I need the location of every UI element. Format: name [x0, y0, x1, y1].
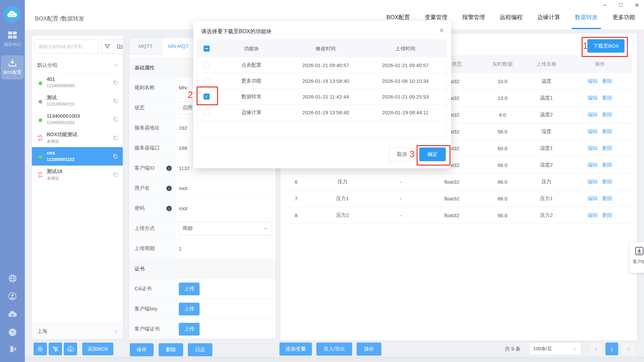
delete-link[interactable]: 删除: [602, 162, 612, 168]
box-list-item[interactable]: BOX功能测试 未绑定: [32, 129, 123, 147]
delete-link[interactable]: 删除: [602, 95, 612, 101]
box-settings-button[interactable]: [34, 343, 47, 355]
delete-link[interactable]: 删除: [602, 145, 612, 152]
chevron-left-icon: [594, 347, 598, 351]
edit-link[interactable]: 编辑: [588, 128, 598, 135]
group-header-shanghai[interactable]: 上海: [32, 324, 123, 339]
upload-ca-button[interactable]: 上传: [179, 283, 200, 295]
grid-icon: [8, 31, 17, 40]
copy-icon[interactable]: [113, 117, 118, 122]
copy-icon[interactable]: [113, 154, 118, 159]
tab-data-forwarding[interactable]: 数据转发: [575, 13, 598, 29]
edit-link[interactable]: 编辑: [588, 145, 598, 152]
group-header-default[interactable]: 默认分组: [32, 57, 123, 73]
add-variable-button[interactable]: 添加变量: [279, 343, 312, 356]
add-box-button[interactable]: 添加BOX: [82, 343, 113, 355]
edit-link[interactable]: 编辑: [588, 195, 598, 202]
box-name: ces: [47, 150, 55, 156]
upload-mode-select[interactable]: 周期: [179, 222, 272, 235]
delete-link[interactable]: 删除: [602, 179, 612, 185]
sidebar-help-button[interactable]: ?: [0, 328, 25, 337]
edit-link[interactable]: 编辑: [588, 95, 598, 101]
user-icon: [8, 292, 17, 301]
status-select-value: 启用: [182, 105, 193, 111]
edit-link[interactable]: 编辑: [588, 179, 598, 185]
select-all-checkbox[interactable]: [204, 46, 210, 52]
group-label: 上海: [37, 328, 47, 335]
save-button[interactable]: 保存: [130, 343, 154, 356]
box-serial: 113400001003: [47, 120, 74, 125]
modal-table: 功能块 修改时间 上传时间 点表配置 2026-01-21 09:40:57 2…: [197, 40, 447, 138]
copy-icon[interactable]: [113, 135, 118, 140]
delete-link[interactable]: 删除: [602, 212, 612, 219]
tab-remote-programming[interactable]: 远程编程: [500, 13, 523, 29]
edit-link[interactable]: 编辑: [588, 212, 598, 219]
box-network-button[interactable]: [49, 343, 62, 355]
sidebar-cloud-upload-button[interactable]: [0, 310, 25, 318]
row-checkbox[interactable]: [204, 109, 210, 115]
cloud-logo-icon: Box Config: [6, 10, 18, 18]
page-size-select[interactable]: 100条/页: [529, 343, 581, 355]
tab-edge-computing[interactable]: 边缘计算: [537, 13, 560, 29]
current-page-button[interactable]: 1: [605, 343, 618, 355]
box-list-item[interactable]: 测试18 未绑定: [32, 166, 123, 184]
filter-button[interactable]: [101, 40, 113, 53]
box-list-item[interactable]: 113400001003 113400001003: [32, 110, 123, 129]
copy-icon[interactable]: [113, 172, 118, 177]
prev-page-button[interactable]: [589, 343, 602, 355]
upload-client-key-button[interactable]: 上传: [179, 303, 200, 315]
client-label: 客户端: [633, 259, 644, 265]
delete-button[interactable]: 删除: [159, 343, 183, 356]
col-realtime: 实时数据: [480, 61, 525, 67]
add-group-button[interactable]: [113, 40, 126, 53]
delete-link[interactable]: 删除: [602, 78, 612, 84]
row-checkbox[interactable]: [204, 78, 210, 84]
delete-link[interactable]: 删除: [602, 112, 612, 118]
sidebar-item-project-center[interactable]: 项目中心: [0, 31, 25, 48]
import-export-button[interactable]: 导入/导出: [316, 343, 352, 356]
page-size-value: 100条/页: [533, 346, 552, 352]
search-input[interactable]: [35, 40, 98, 54]
edit-link[interactable]: 编辑: [588, 78, 598, 84]
copy-icon[interactable]: [113, 80, 118, 85]
tab-alarm-mgmt[interactable]: 报警管理: [462, 13, 485, 29]
maximize-icon[interactable]: □: [616, 1, 625, 9]
box-list-item-selected[interactable]: ces 113200001222: [32, 147, 123, 166]
download-to-box-button[interactable]: 下载至BOX: [587, 39, 625, 53]
client-download-widget[interactable]: 客户端: [630, 242, 644, 273]
next-page-button[interactable]: [622, 343, 635, 355]
app-logo: Box Config: [4, 6, 20, 22]
annotation-box-3: [417, 145, 450, 166]
log-button[interactable]: 日志: [188, 343, 212, 356]
download-function-modal: 请选择要下载至BOX的功能块 × 功能块 修改时间 上传时间 点表配置 2026…: [193, 21, 451, 168]
delete-link[interactable]: 删除: [602, 128, 612, 135]
status-dot-offline: [39, 100, 42, 104]
edit-link[interactable]: 编辑: [588, 112, 598, 118]
upload-mode-value: 周期: [182, 225, 193, 232]
field-value[interactable]: root: [175, 178, 276, 198]
modal-close-icon[interactable]: ×: [439, 26, 444, 35]
box-list-item[interactable]: 测试 113100008723: [32, 92, 123, 110]
operation-button[interactable]: 操作: [357, 343, 381, 356]
tab-mqtt[interactable]: MQTT: [129, 38, 162, 54]
row-checkbox[interactable]: [204, 62, 210, 68]
upload-client-cert-button[interactable]: 上传: [179, 323, 200, 336]
box-list-item[interactable]: 401 121400000085: [32, 73, 123, 92]
sidebar-logout-button[interactable]: [0, 345, 25, 354]
box-cloud-button[interactable]: [64, 343, 77, 355]
edit-link[interactable]: 编辑: [588, 162, 598, 168]
sidebar-item-box-config[interactable]: BOX配置: [1, 55, 24, 79]
sidebar-user-button[interactable]: [0, 292, 25, 301]
modal-row-more-functions: 更多功能 2026-01-19 13:58:40 2026-01-06 10:1…: [198, 73, 446, 89]
copy-icon[interactable]: [113, 98, 118, 104]
field-value[interactable]: 1: [175, 239, 276, 258]
sidebar-globe-button[interactable]: [0, 274, 25, 283]
broken-link-icon: [37, 172, 43, 178]
delete-link[interactable]: 删除: [602, 195, 612, 202]
tab-mn-mqtt[interactable]: MN-MQT: [162, 38, 195, 54]
field-value[interactable]: root: [175, 198, 276, 218]
tab-more-functions[interactable]: 更多功能: [612, 13, 635, 29]
minimize-icon[interactable]: –: [600, 1, 609, 9]
svg-text:?: ?: [11, 330, 14, 335]
close-icon[interactable]: ×: [633, 1, 641, 9]
